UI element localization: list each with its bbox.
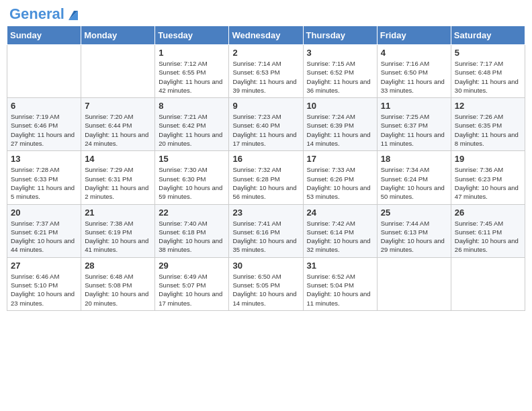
calendar-day-cell: 11Sunrise: 7:25 AMSunset: 6:37 PMDayligh… [377, 98, 451, 151]
weekday-header-friday: Friday [377, 26, 451, 45]
day-detail: Sunrise: 7:17 AMSunset: 6:48 PMDaylight:… [455, 59, 521, 95]
calendar-day-cell: 29Sunrise: 6:49 AMSunset: 5:07 PMDayligh… [155, 257, 229, 310]
day-number: 28 [85, 261, 151, 271]
calendar-day-cell: 7Sunrise: 7:20 AMSunset: 6:44 PMDaylight… [81, 98, 155, 151]
day-number: 15 [159, 154, 225, 164]
day-number: 5 [455, 48, 521, 58]
day-number: 27 [11, 261, 77, 271]
calendar-week-row: 6Sunrise: 7:19 AMSunset: 6:46 PMDaylight… [7, 98, 525, 151]
calendar-empty-cell [7, 45, 81, 98]
calendar-week-row: 27Sunrise: 6:46 AMSunset: 5:10 PMDayligh… [7, 257, 525, 310]
day-detail: Sunrise: 7:33 AMSunset: 6:26 PMDaylight:… [307, 165, 373, 201]
day-number: 21 [85, 208, 151, 218]
day-detail: Sunrise: 7:28 AMSunset: 6:33 PMDaylight:… [11, 165, 77, 201]
day-detail: Sunrise: 7:38 AMSunset: 6:19 PMDaylight:… [85, 219, 151, 255]
day-detail: Sunrise: 7:42 AMSunset: 6:14 PMDaylight:… [307, 219, 373, 255]
day-detail: Sunrise: 6:52 AMSunset: 5:04 PMDaylight:… [307, 272, 373, 308]
day-detail: Sunrise: 7:45 AMSunset: 6:11 PMDaylight:… [455, 219, 521, 255]
logo: General [9, 7, 81, 20]
day-number: 20 [11, 208, 77, 218]
calendar-empty-cell [377, 257, 451, 310]
day-detail: Sunrise: 7:29 AMSunset: 6:31 PMDaylight:… [85, 165, 151, 201]
day-number: 19 [455, 154, 521, 164]
day-number: 12 [455, 101, 521, 111]
calendar-day-cell: 8Sunrise: 7:21 AMSunset: 6:42 PMDaylight… [155, 98, 229, 151]
day-detail: Sunrise: 7:14 AMSunset: 6:53 PMDaylight:… [232, 59, 299, 95]
calendar-day-cell: 21Sunrise: 7:38 AMSunset: 6:19 PMDayligh… [81, 204, 155, 257]
calendar-week-row: 13Sunrise: 7:28 AMSunset: 6:33 PMDayligh… [7, 151, 525, 204]
calendar-day-cell: 4Sunrise: 7:16 AMSunset: 6:50 PMDaylight… [377, 45, 451, 98]
day-detail: Sunrise: 7:25 AMSunset: 6:37 PMDaylight:… [381, 112, 447, 148]
weekday-header-monday: Monday [81, 26, 155, 45]
calendar-day-cell: 3Sunrise: 7:15 AMSunset: 6:52 PMDaylight… [303, 45, 377, 98]
day-detail: Sunrise: 6:48 AMSunset: 5:08 PMDaylight:… [85, 272, 151, 308]
calendar-day-cell: 15Sunrise: 7:30 AMSunset: 6:30 PMDayligh… [155, 151, 229, 204]
day-number: 24 [307, 208, 373, 218]
day-number: 7 [85, 101, 151, 111]
day-number: 1 [159, 48, 225, 58]
day-detail: Sunrise: 7:26 AMSunset: 6:35 PMDaylight:… [455, 112, 521, 148]
calendar-day-cell: 5Sunrise: 7:17 AMSunset: 6:48 PMDaylight… [451, 45, 525, 98]
day-number: 30 [232, 261, 299, 271]
day-detail: Sunrise: 7:40 AMSunset: 6:18 PMDaylight:… [159, 219, 225, 255]
calendar-day-cell: 31Sunrise: 6:52 AMSunset: 5:04 PMDayligh… [303, 257, 377, 310]
day-number: 31 [307, 261, 373, 271]
calendar-table: SundayMondayTuesdayWednesdayThursdayFrid… [7, 26, 525, 311]
calendar-day-cell: 28Sunrise: 6:48 AMSunset: 5:08 PMDayligh… [81, 257, 155, 310]
day-detail: Sunrise: 6:49 AMSunset: 5:07 PMDaylight:… [159, 272, 225, 308]
logo-icon [66, 7, 81, 21]
day-number: 11 [381, 101, 447, 111]
weekday-header-tuesday: Tuesday [155, 26, 229, 45]
calendar-day-cell: 17Sunrise: 7:33 AMSunset: 6:26 PMDayligh… [303, 151, 377, 204]
day-detail: Sunrise: 7:19 AMSunset: 6:46 PMDaylight:… [11, 112, 77, 148]
day-number: 25 [381, 208, 447, 218]
weekday-header-saturday: Saturday [451, 26, 525, 45]
weekday-header-sunday: Sunday [7, 26, 81, 45]
weekday-header-wednesday: Wednesday [229, 26, 303, 45]
calendar-day-cell: 30Sunrise: 6:50 AMSunset: 5:05 PMDayligh… [229, 257, 303, 310]
day-detail: Sunrise: 7:34 AMSunset: 6:24 PMDaylight:… [381, 165, 447, 201]
day-number: 29 [159, 261, 225, 271]
day-number: 9 [232, 101, 299, 111]
calendar-day-cell: 1Sunrise: 7:12 AMSunset: 6:55 PMDaylight… [155, 45, 229, 98]
calendar-day-cell: 13Sunrise: 7:28 AMSunset: 6:33 PMDayligh… [7, 151, 81, 204]
calendar-empty-cell [451, 257, 525, 310]
calendar-empty-cell [81, 45, 155, 98]
day-detail: Sunrise: 6:46 AMSunset: 5:10 PMDaylight:… [11, 272, 77, 308]
calendar-day-cell: 16Sunrise: 7:32 AMSunset: 6:28 PMDayligh… [229, 151, 303, 204]
calendar-week-row: 1Sunrise: 7:12 AMSunset: 6:55 PMDaylight… [7, 45, 525, 98]
day-number: 22 [159, 208, 225, 218]
calendar-day-cell: 14Sunrise: 7:29 AMSunset: 6:31 PMDayligh… [81, 151, 155, 204]
day-number: 13 [11, 154, 77, 164]
day-number: 3 [307, 48, 373, 58]
day-detail: Sunrise: 7:30 AMSunset: 6:30 PMDaylight:… [159, 165, 225, 201]
day-detail: Sunrise: 7:44 AMSunset: 6:13 PMDaylight:… [381, 219, 447, 255]
day-detail: Sunrise: 7:12 AMSunset: 6:55 PMDaylight:… [159, 59, 225, 95]
calendar-day-cell: 18Sunrise: 7:34 AMSunset: 6:24 PMDayligh… [377, 151, 451, 204]
day-detail: Sunrise: 6:50 AMSunset: 5:05 PMDaylight:… [232, 272, 299, 308]
calendar-day-cell: 27Sunrise: 6:46 AMSunset: 5:10 PMDayligh… [7, 257, 81, 310]
calendar-day-cell: 2Sunrise: 7:14 AMSunset: 6:53 PMDaylight… [229, 45, 303, 98]
calendar-day-cell: 10Sunrise: 7:24 AMSunset: 6:39 PMDayligh… [303, 98, 377, 151]
day-detail: Sunrise: 7:36 AMSunset: 6:23 PMDaylight:… [455, 165, 521, 201]
calendar-day-cell: 23Sunrise: 7:41 AMSunset: 6:16 PMDayligh… [229, 204, 303, 257]
day-number: 26 [455, 208, 521, 218]
day-number: 14 [85, 154, 151, 164]
day-detail: Sunrise: 7:37 AMSunset: 6:21 PMDaylight:… [11, 219, 77, 255]
day-number: 17 [307, 154, 373, 164]
day-number: 16 [232, 154, 299, 164]
day-number: 23 [232, 208, 299, 218]
calendar-day-cell: 24Sunrise: 7:42 AMSunset: 6:14 PMDayligh… [303, 204, 377, 257]
day-number: 2 [232, 48, 299, 58]
calendar-week-row: 20Sunrise: 7:37 AMSunset: 6:21 PMDayligh… [7, 204, 525, 257]
calendar-day-cell: 25Sunrise: 7:44 AMSunset: 6:13 PMDayligh… [377, 204, 451, 257]
day-number: 8 [159, 101, 225, 111]
day-detail: Sunrise: 7:21 AMSunset: 6:42 PMDaylight:… [159, 112, 225, 148]
day-number: 18 [381, 154, 447, 164]
calendar-day-cell: 22Sunrise: 7:40 AMSunset: 6:18 PMDayligh… [155, 204, 229, 257]
day-detail: Sunrise: 7:20 AMSunset: 6:44 PMDaylight:… [85, 112, 151, 148]
day-number: 6 [11, 101, 77, 111]
day-number: 4 [381, 48, 447, 58]
calendar-day-cell: 6Sunrise: 7:19 AMSunset: 6:46 PMDaylight… [7, 98, 81, 151]
day-number: 10 [307, 101, 373, 111]
